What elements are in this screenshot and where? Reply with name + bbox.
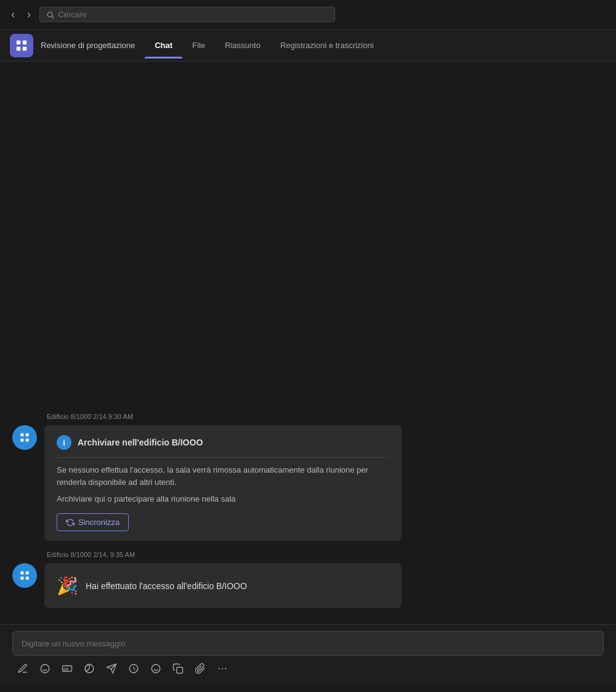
message-card-2: 🎉 Hai effettuato l'accesso all'edificio … [44, 563, 402, 608]
loop-icon[interactable] [128, 663, 139, 674]
svg-rect-5 [23, 46, 26, 50]
svg-rect-26 [177, 667, 183, 674]
tab-riassunto[interactable]: Riassunto [215, 32, 270, 59]
svg-point-0 [47, 12, 52, 17]
reaction-icon[interactable] [150, 663, 161, 674]
svg-rect-8 [20, 439, 23, 442]
party-emoji: 🎉 [57, 576, 78, 596]
sync-icon [66, 518, 75, 527]
svg-point-29 [225, 668, 226, 669]
meeting-title: Revisione di progettazione [41, 41, 135, 50]
avatar-1 [12, 425, 37, 450]
sticker-icon[interactable] [84, 663, 95, 674]
chat-area: Edificio 8/1000 2/14.9:30 AM i Archiviar… [0, 62, 616, 624]
tab-chat[interactable]: Chat [145, 32, 182, 59]
forward-button[interactable]: › [23, 6, 34, 23]
avatar-2 [12, 563, 37, 588]
attach-icon[interactable] [195, 663, 206, 674]
tab-file[interactable]: File [182, 32, 215, 59]
emoji-icon[interactable] [39, 663, 51, 674]
message-input[interactable] [22, 639, 594, 648]
send-icon[interactable] [106, 663, 117, 674]
gif-icon[interactable]: GIF [62, 663, 73, 674]
search-input[interactable] [58, 10, 328, 19]
input-area: GIF [0, 624, 616, 683]
more-icon[interactable] [217, 663, 228, 674]
app-icon [10, 34, 33, 57]
svg-rect-9 [26, 439, 29, 442]
card-header-1: i Archiviare nell'edificio B/IOOO [57, 435, 389, 450]
svg-rect-12 [20, 577, 23, 580]
message-row-1: i Archiviare nell'edificio B/IOOO Se nes… [12, 425, 604, 541]
search-bar [39, 7, 335, 22]
svg-rect-11 [26, 571, 29, 574]
message-row-2: 🎉 Hai effettuato l'accesso all'edificio … [12, 563, 604, 608]
svg-rect-6 [20, 433, 23, 436]
message-timestamp-1: Edificio 8/1000 2/14.9:30 AM i Archiviar… [12, 413, 604, 551]
card-body-text-1: Se nessuno effettua l'accesso, la sala v… [57, 464, 389, 488]
search-icon [46, 10, 54, 19]
svg-rect-13 [26, 577, 29, 580]
svg-point-14 [41, 664, 49, 673]
svg-point-28 [222, 668, 223, 669]
tab-registrazioni[interactable]: Registrazioni e trascrizioni [270, 32, 384, 59]
format-icon[interactable] [17, 663, 28, 674]
timestamp-2: Edificio 8/1000 2/14, 9:35 AM [47, 551, 604, 558]
message-input-wrapper [12, 631, 604, 656]
card-action-text: Archiviare qui o partecipare alla riunio… [57, 494, 389, 503]
svg-rect-3 [23, 40, 26, 44]
sync-button[interactable]: Sincronizza [57, 513, 129, 531]
back-button[interactable]: ‹ [7, 6, 18, 23]
svg-rect-4 [17, 46, 20, 50]
svg-text:GIF: GIF [63, 667, 70, 671]
tab-bar: Revisione di progettazione Chat File Ria… [0, 30, 616, 62]
top-bar: ‹ › [0, 0, 616, 30]
message-timestamp-2: Edificio 8/1000 2/14, 9:35 AM 🎉 Hai effe… [12, 551, 604, 618]
timestamp-1: Edificio 8/1000 2/14.9:30 AM [47, 413, 604, 420]
svg-point-27 [219, 668, 220, 669]
copy-icon[interactable] [172, 663, 184, 674]
card-title-1: Archiviare nell'edificio B/IOOO [78, 438, 203, 447]
svg-point-23 [152, 664, 160, 673]
card-divider [57, 457, 389, 458]
card-body-1: Se nessuno effettua l'accesso, la sala v… [57, 464, 389, 488]
success-text: Hai effettuato l'accesso all'edificio B/… [86, 581, 247, 591]
info-icon: i [57, 435, 71, 450]
svg-line-1 [52, 16, 54, 18]
message-card-1: i Archiviare nell'edificio B/IOOO Se nes… [44, 425, 402, 541]
sync-label: Sincronizza [78, 518, 120, 527]
svg-rect-7 [26, 433, 29, 436]
toolbar-icons: GIF [12, 661, 604, 677]
svg-rect-10 [20, 571, 23, 574]
svg-rect-2 [17, 40, 20, 44]
